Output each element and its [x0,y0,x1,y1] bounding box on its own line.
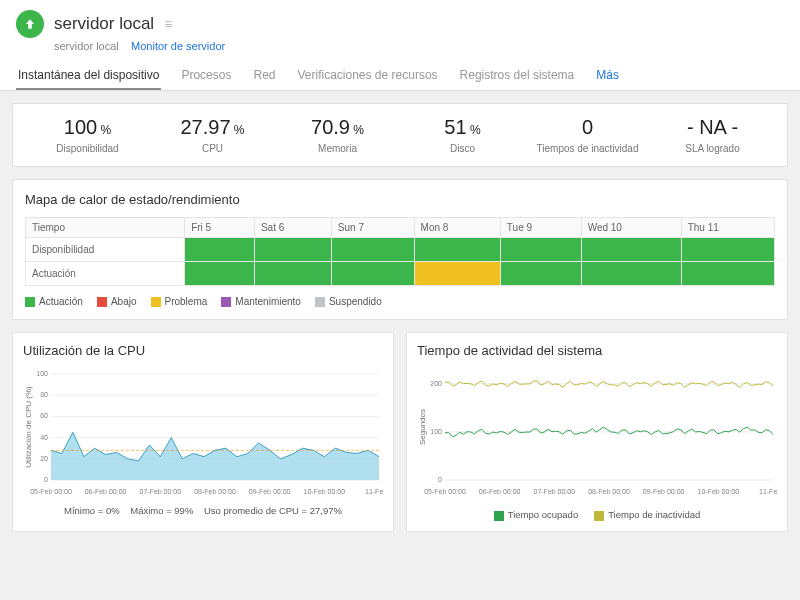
svg-text:11-Feb 0: 11-Feb 0 [759,488,777,495]
cpu-chart-card: Utilización de la CPU 02040608010005-Feb… [12,332,394,531]
cpu-chart-title: Utilización de la CPU [23,343,383,358]
heatmap-row-performance: Actuación [26,262,775,286]
tab-resources[interactable]: Verificaciones de recursos [295,62,439,90]
svg-text:05-Feb 00:00: 05-Feb 00:00 [424,488,466,495]
svg-text:Utilización de CPU (%): Utilización de CPU (%) [24,386,33,468]
metric-cpu: 27.97 % CPU [150,116,275,154]
charts-row: Utilización de la CPU 02040608010005-Feb… [12,332,788,531]
svg-text:0: 0 [438,476,442,483]
metric-downtime: 0 Tiempos de inactividad [525,116,650,154]
metric-availability: 100 % Disponibilidad [25,116,150,154]
tab-logs[interactable]: Registros del sistema [458,62,577,90]
svg-text:200: 200 [430,380,442,387]
svg-text:40: 40 [40,434,48,441]
svg-text:100: 100 [430,428,442,435]
svg-text:09-Feb 00:00: 09-Feb 00:00 [249,488,291,495]
svg-text:60: 60 [40,413,48,420]
tab-processes[interactable]: Procesos [179,62,233,90]
uptime-legend: Tiempo ocupado Tiempo de inactividad [417,509,777,520]
svg-text:06-Feb 00:00: 06-Feb 00:00 [479,488,521,495]
page-title: servidor local [54,14,154,34]
svg-text:0: 0 [44,476,48,483]
svg-text:20: 20 [40,455,48,462]
status-up-icon [16,10,44,38]
breadcrumb-link[interactable]: Monitor de servidor [131,40,225,52]
tab-more[interactable]: Más [594,62,621,90]
svg-text:07-Feb 00:00: 07-Feb 00:00 [140,488,182,495]
heatmap-row-availability: Disponibilidad [26,238,775,262]
breadcrumb: servidor local Monitor de servidor [54,40,784,52]
svg-text:09-Feb 00:00: 09-Feb 00:00 [643,488,685,495]
menu-icon[interactable]: ≡ [164,16,172,32]
page-header: servidor local ≡ servidor local Monitor … [0,0,800,91]
svg-text:Segundos: Segundos [418,409,427,445]
svg-text:10-Feb 00:00: 10-Feb 00:00 [304,488,346,495]
swatch-problem-icon [151,297,161,307]
swatch-maintenance-icon [221,297,231,307]
svg-text:06-Feb 00:00: 06-Feb 00:00 [85,488,127,495]
svg-text:08-Feb 00:00: 08-Feb 00:00 [194,488,236,495]
cpu-chart[interactable]: 02040608010005-Feb 00:0006-Feb 00:0007-F… [23,368,383,498]
uptime-chart-card: Tiempo de actividad del sistema 01002000… [406,332,788,531]
metric-disk: 51 % Disco [400,116,525,154]
uptime-chart[interactable]: 010020005-Feb 00:0006-Feb 00:0007-Feb 00… [417,368,777,498]
svg-text:100: 100 [36,370,48,377]
content: 100 % Disponibilidad 27.97 % CPU 70.9 % … [0,91,800,544]
breadcrumb-home: servidor local [54,40,119,52]
svg-text:05-Feb 00:00: 05-Feb 00:00 [30,488,72,495]
svg-text:07-Feb 00:00: 07-Feb 00:00 [534,488,576,495]
heatmap-card: Mapa de calor de estado/rendimiento Tiem… [12,179,788,320]
metric-memory: 70.9 % Memoria [275,116,400,154]
title-row: servidor local ≡ [16,10,784,38]
heatmap-table: Tiempo Fri 5 Sat 6 Sun 7 Mon 8 Tue 9 Wed… [25,217,775,286]
tab-snapshot[interactable]: Instantánea del dispositivo [16,62,161,90]
svg-text:10-Feb 00:00: 10-Feb 00:00 [698,488,740,495]
uptime-chart-title: Tiempo de actividad del sistema [417,343,777,358]
swatch-down-icon [97,297,107,307]
svg-text:80: 80 [40,392,48,399]
swatch-suspended-icon [315,297,325,307]
swatch-busy-icon [494,511,504,521]
svg-text:11-Feb 0: 11-Feb 0 [365,488,383,495]
metric-sla: - NA - SLA logrado [650,116,775,154]
svg-text:08-Feb 00:00: 08-Feb 00:00 [588,488,630,495]
heatmap-title: Mapa de calor de estado/rendimiento [25,192,775,207]
tab-bar: Instantánea del dispositivo Procesos Red… [16,62,784,90]
heatmap-time-header: Tiempo [26,218,185,238]
swatch-idle-icon [594,511,604,521]
cpu-chart-stats: Mínimo = 0% Máximo = 99% Uso promedio de… [23,505,383,516]
swatch-up-icon [25,297,35,307]
tab-network[interactable]: Red [251,62,277,90]
heatmap-legend: Actuación Abajo Problema Mantenimiento S… [25,296,775,307]
metrics-card: 100 % Disponibilidad 27.97 % CPU 70.9 % … [12,103,788,167]
